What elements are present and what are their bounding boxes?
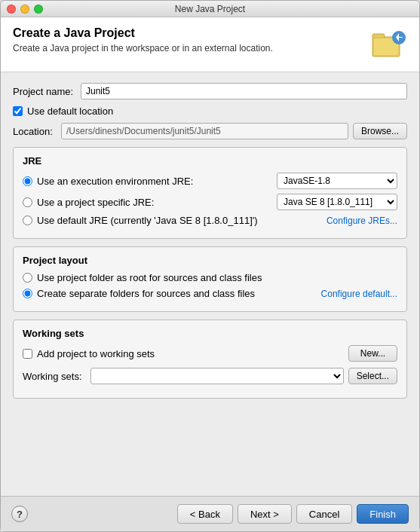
header-text: Create a Java Project Create a Java proj… xyxy=(13,26,273,54)
layout-option-1-row: Use project folder as root for sources a… xyxy=(23,272,397,283)
layout-option-2-row: Create separate folders for sources and … xyxy=(23,288,397,299)
working-sets-title: Working sets xyxy=(23,328,397,339)
header-area: Create a Java Project Create a Java proj… xyxy=(1,17,419,72)
working-sets-select-label: Working sets: xyxy=(23,371,90,382)
project-name-row: Project name: xyxy=(13,83,407,99)
title-bar: New Java Project xyxy=(1,1,419,17)
jre-project-specific-radio[interactable] xyxy=(23,197,32,207)
maximize-button[interactable] xyxy=(34,5,43,14)
location-row: Location: Browse... xyxy=(13,123,407,139)
window-controls xyxy=(7,5,43,14)
working-sets-section: Working sets Add project to working sets… xyxy=(13,320,407,399)
working-sets-select-row: Working sets: Select... xyxy=(23,368,397,384)
jre-default-label[interactable]: Use default JRE (currently 'Java SE 8 [1… xyxy=(37,215,326,226)
header-title: Create a Java Project xyxy=(13,26,273,40)
add-working-sets-check-group: Add project to working sets xyxy=(23,348,155,359)
add-working-sets-row: Add project to working sets New... xyxy=(23,345,397,362)
jre-option-3-row: Use default JRE (currently 'Java SE 8 [1… xyxy=(23,215,397,226)
jre-project-specific-label[interactable]: Use a project specific JRE: xyxy=(37,197,272,208)
use-default-location-label[interactable]: Use default location xyxy=(27,105,113,117)
minimize-button[interactable] xyxy=(20,5,29,14)
configure-jres-link[interactable]: Configure JREs... xyxy=(326,216,397,226)
use-default-location-row: Use default location xyxy=(13,105,407,117)
jre-section-title: JRE xyxy=(23,155,397,167)
jre-env-dropdown[interactable]: JavaSE-1.8 JavaSE-11 JavaSE-17 xyxy=(277,173,397,189)
project-layout-section: Project layout Use project folder as roo… xyxy=(13,246,407,312)
select-working-sets-button[interactable]: Select... xyxy=(348,368,397,384)
project-name-input[interactable] xyxy=(81,83,407,99)
finish-button[interactable]: Finish xyxy=(357,504,409,524)
add-working-sets-checkbox[interactable] xyxy=(23,349,32,359)
project-layout-title: Project layout xyxy=(23,255,397,266)
jre-specific-dropdown[interactable]: Java SE 8 [1.8.0_111] xyxy=(277,194,397,210)
project-icon xyxy=(371,26,407,63)
cancel-button[interactable]: Cancel xyxy=(296,504,352,524)
use-default-location-checkbox[interactable] xyxy=(13,106,23,116)
location-label: Location: xyxy=(13,126,61,137)
header-description: Create a Java project in the workspace o… xyxy=(13,43,273,54)
browse-button[interactable]: Browse... xyxy=(353,123,407,139)
layout-separate-radio-part: Create separate folders for sources and … xyxy=(23,288,321,299)
configure-default-link[interactable]: Configure default... xyxy=(321,289,397,299)
main-content: Project name: Use default location Locat… xyxy=(1,72,419,496)
working-sets-select[interactable] xyxy=(90,368,344,384)
nav-buttons: < Back Next > Cancel Finish xyxy=(177,504,409,524)
location-input[interactable] xyxy=(61,123,348,139)
jre-section: JRE Use an execution environment JRE: Ja… xyxy=(13,147,407,239)
layout-root-radio[interactable] xyxy=(23,273,32,283)
svg-rect-1 xyxy=(372,34,385,38)
add-working-sets-label[interactable]: Add project to working sets xyxy=(37,348,155,359)
layout-separate-label[interactable]: Create separate folders for sources and … xyxy=(37,288,321,299)
jre-execution-env-radio[interactable] xyxy=(23,176,32,186)
jre-default-radio[interactable] xyxy=(23,216,32,225)
button-bar: ? < Back Next > Cancel Finish xyxy=(1,496,419,531)
jre-execution-env-label[interactable]: Use an execution environment JRE: xyxy=(37,176,272,187)
next-button[interactable]: Next > xyxy=(238,504,292,524)
back-button[interactable]: < Back xyxy=(177,504,233,524)
new-java-project-window: New Java Project Create a Java Project C… xyxy=(0,0,420,532)
jre-default-radio-part: Use default JRE (currently 'Java SE 8 [1… xyxy=(23,215,326,226)
new-working-set-button[interactable]: New... xyxy=(348,345,397,362)
window-title: New Java Project xyxy=(175,4,245,14)
jre-option-2-row: Use a project specific JRE: Java SE 8 [1… xyxy=(23,194,397,210)
help-button[interactable]: ? xyxy=(11,506,28,522)
jre-option-1-row: Use an execution environment JRE: JavaSE… xyxy=(23,173,397,189)
close-button[interactable] xyxy=(7,5,16,14)
layout-separate-radio[interactable] xyxy=(23,289,32,298)
layout-root-label[interactable]: Use project folder as root for sources a… xyxy=(37,272,397,283)
project-name-label: Project name: xyxy=(13,86,81,97)
